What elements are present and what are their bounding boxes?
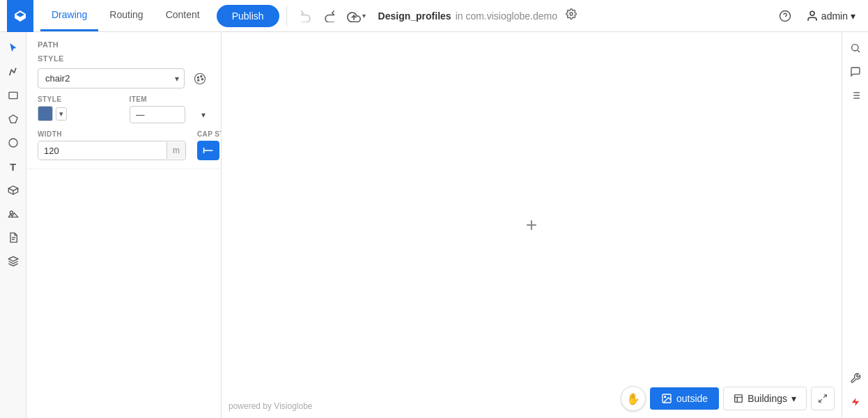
search-panel-button[interactable] [845, 38, 866, 59]
svg-point-16 [198, 79, 199, 81]
help-button[interactable] [774, 6, 796, 26]
cap-buttons [197, 141, 222, 160]
tab-routing[interactable]: Routing [98, 0, 154, 31]
tab-drawing[interactable]: Drawing [40, 0, 98, 31]
settings-button[interactable] [561, 6, 581, 26]
left-iconbar: T [0, 32, 26, 418]
right-iconbar [842, 32, 868, 418]
user-dropdown-icon: ▾ [851, 10, 855, 22]
rectangle-tool-button[interactable] [3, 85, 24, 106]
document-tool-button[interactable] [3, 227, 24, 248]
canvas-footer: powered by Visioglobe [228, 401, 313, 411]
svg-line-26 [858, 50, 860, 52]
title-area: Design_profiles in com.visioglobe.demo [378, 6, 774, 26]
fullscreen-button[interactable] [811, 387, 835, 410]
body-area: T PATH STYLE chair2 chair1 table [0, 32, 868, 418]
svg-point-21 [665, 396, 666, 398]
svg-point-4 [810, 11, 814, 15]
svg-point-8 [10, 211, 13, 214]
svg-point-7 [9, 139, 17, 147]
cap-left-button[interactable] [197, 141, 219, 160]
style-select[interactable]: chair2 chair1 table wall floor [38, 68, 185, 88]
item-select-arrow-icon: ▾ [201, 110, 206, 120]
polygon-tool-button[interactable] [3, 109, 24, 130]
undo-button[interactable] [294, 6, 318, 26]
bolt-panel-button[interactable] [845, 392, 866, 412]
text-tool-button[interactable]: T [3, 156, 24, 177]
chat-panel-button[interactable] [845, 61, 866, 82]
right-icons: admin ▾ [774, 6, 861, 26]
logo [7, 0, 33, 32]
outside-button[interactable]: outside [650, 387, 719, 410]
redo-button[interactable] [318, 6, 341, 26]
buildings-dropdown-icon: ▾ [791, 393, 796, 404]
svg-point-13 [197, 77, 199, 78]
svg-line-23 [823, 395, 826, 398]
cap-style-label: CAP STYLE [197, 130, 222, 138]
outside-label: outside [676, 393, 708, 404]
landscape-tool-button[interactable] [3, 203, 24, 224]
item-label: ITEM [130, 95, 210, 103]
buildings-button[interactable]: Buildings ▾ [723, 387, 807, 410]
svg-point-14 [201, 75, 202, 77]
color-col: STYLE ▾ [38, 95, 118, 123]
tab-content[interactable]: Content [155, 0, 211, 31]
width-input[interactable] [38, 142, 166, 160]
box3d-tool-button[interactable] [3, 180, 24, 201]
path-label: PATH [38, 40, 210, 49]
style-row: chair2 chair1 table wall floor ▾ [38, 68, 210, 88]
buildings-label: Buildings [747, 393, 787, 404]
cursor-tool-button[interactable] [3, 38, 24, 59]
svg-line-24 [819, 399, 822, 402]
svg-rect-5 [9, 92, 17, 98]
doc-name: Design_profiles [378, 10, 451, 22]
doc-sub: in com.visioglobe.demo [456, 10, 557, 22]
circle-tool-button[interactable] [3, 132, 24, 153]
separator [286, 6, 287, 26]
svg-point-1 [570, 13, 573, 15]
cap-style-col: CAP STYLE [197, 130, 222, 160]
svg-marker-6 [9, 115, 17, 123]
nav-tabs: Drawing Routing Content [40, 0, 211, 31]
publish-button[interactable]: Publish [217, 5, 279, 27]
style-select-wrap: chair2 chair1 table wall floor ▾ [38, 68, 185, 88]
svg-point-25 [851, 45, 858, 51]
color-dropdown-button[interactable]: ▾ [56, 107, 67, 121]
svg-marker-11 [8, 256, 17, 261]
topnav: Drawing Routing Content Publish ▾ Design… [0, 0, 868, 32]
cloud-button[interactable]: ▾ [341, 6, 371, 26]
layers-tool-button[interactable] [3, 251, 24, 272]
item-select[interactable]: — item1 item2 [130, 106, 185, 123]
svg-rect-22 [735, 395, 743, 403]
path-section: PATH STYLE chair2 chair1 table wall floo… [26, 32, 221, 169]
user-menu-button[interactable]: admin ▾ [800, 7, 861, 25]
crosshair-icon: + [526, 215, 537, 235]
item-col: ITEM — item1 item2 ▾ [130, 95, 210, 123]
style-item-row: STYLE ▾ ITEM — item1 item2 ▾ [38, 95, 210, 123]
canvas-bottom-buttons: ✋ outside Buildings ▾ [621, 386, 835, 411]
svg-point-12 [195, 73, 206, 84]
width-unit: m [166, 142, 185, 159]
color-label: STYLE [38, 95, 118, 103]
palette-button[interactable] [190, 69, 210, 88]
width-input-wrap: m [38, 141, 186, 160]
width-capstyle-row: WIDTH m CAP STYLE [38, 130, 210, 160]
main-canvas[interactable]: + powered by Visioglobe ✋ outside Buildi… [222, 32, 842, 418]
hand-tool-button[interactable]: ✋ [621, 386, 646, 411]
user-label: admin [821, 10, 848, 22]
svg-point-15 [201, 78, 203, 79]
width-col: WIDTH m [38, 130, 186, 160]
tools-panel-button[interactable] [845, 368, 866, 389]
item-select-wrap: — item1 item2 ▾ [130, 106, 210, 123]
color-btn-wrap: ▾ [38, 106, 118, 121]
style-section-label: STYLE [38, 54, 210, 63]
left-panel: PATH STYLE chair2 chair1 table wall floo… [26, 32, 222, 418]
svg-marker-33 [851, 398, 859, 406]
width-label: WIDTH [38, 130, 186, 138]
list-panel-button[interactable] [845, 85, 866, 106]
color-swatch[interactable] [38, 106, 53, 121]
route-tool-button[interactable] [3, 61, 24, 82]
